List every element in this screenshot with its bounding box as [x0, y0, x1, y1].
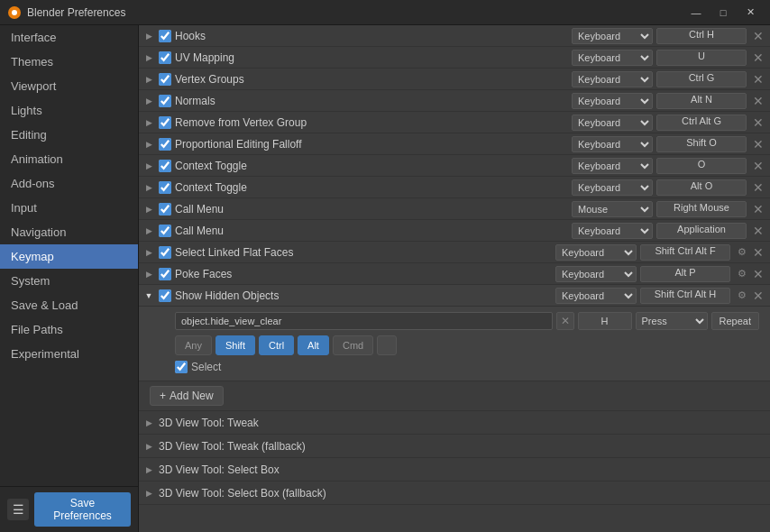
sidebar-item-experimental[interactable]: Experimental: [0, 342, 138, 366]
expand-button[interactable]: ▶: [142, 160, 155, 172]
expand-button[interactable]: ▶: [142, 203, 155, 216]
row-type-select[interactable]: Mouse: [572, 201, 653, 217]
row-enable-checkbox[interactable]: [159, 30, 171, 42]
row-key-button[interactable]: Alt N: [656, 93, 747, 109]
row-extra-button[interactable]: ⚙: [734, 244, 750, 261]
row-enable-checkbox[interactable]: [159, 73, 171, 86]
row-enable-checkbox[interactable]: [159, 246, 171, 259]
row-enable-checkbox[interactable]: [159, 225, 171, 237]
expand-button[interactable]: ▶: [142, 73, 155, 86]
row-type-select[interactable]: Keyboard: [572, 71, 653, 87]
row-delete-button[interactable]: ✕: [750, 71, 766, 87]
row-enable-checkbox[interactable]: [159, 95, 171, 107]
row-type-select[interactable]: Keyboard: [555, 288, 637, 304]
row-type-select[interactable]: Keyboard: [572, 136, 653, 152]
sidebar-item-file-paths[interactable]: File Paths: [0, 317, 138, 342]
row-key-button[interactable]: Ctrl Alt G: [656, 115, 747, 131]
row-key-button[interactable]: Shift O: [656, 136, 747, 152]
modifier-alt-button[interactable]: Alt: [298, 335, 329, 355]
expand-button[interactable]: ▶: [142, 246, 155, 259]
row-enable-checkbox[interactable]: [159, 51, 171, 64]
modifier-shift-button[interactable]: Shift: [215, 335, 255, 355]
menu-icon-button[interactable]: ☰: [7, 499, 29, 520]
row-type-select[interactable]: Keyboard: [572, 223, 653, 239]
row-type-select[interactable]: Keyboard: [572, 115, 653, 131]
row-delete-button[interactable]: ✕: [750, 158, 766, 174]
row-key-button[interactable]: Shift Ctrl Alt F: [640, 244, 730, 261]
row-delete-button[interactable]: ✕: [750, 28, 766, 44]
expand-button[interactable]: ▶: [142, 30, 155, 42]
modifier-any-button[interactable]: Any: [175, 335, 212, 355]
row-type-select[interactable]: Keyboard: [572, 50, 653, 66]
row-enable-checkbox[interactable]: [159, 268, 171, 280]
modifier-cmd-button[interactable]: Cmd: [333, 335, 373, 355]
row-type-select[interactable]: Keyboard: [572, 158, 653, 174]
row-key-button[interactable]: Right Mouse: [656, 201, 747, 217]
row-delete-button[interactable]: ✕: [750, 266, 766, 282]
list-item[interactable]: ▶ 3D View Tool: Tweak (fallback): [139, 435, 770, 458]
expand-button[interactable]: ▶: [142, 268, 155, 280]
row-key-button[interactable]: Ctrl H: [656, 28, 747, 44]
row-enable-checkbox[interactable]: [159, 289, 171, 302]
row-delete-button[interactable]: ✕: [750, 288, 766, 304]
maximize-button[interactable]: □: [710, 3, 736, 23]
row-enable-checkbox[interactable]: [159, 203, 171, 216]
row-type-select[interactable]: Keyboard: [572, 179, 653, 196]
sidebar-item-editing[interactable]: Editing: [0, 123, 138, 147]
event-type-select[interactable]: Press: [636, 312, 708, 330]
row-delete-button[interactable]: ✕: [750, 50, 766, 66]
expand-button[interactable]: ▶: [142, 138, 155, 151]
row-enable-checkbox[interactable]: [159, 160, 171, 172]
sidebar-item-interface[interactable]: Interface: [0, 25, 138, 50]
row-key-button[interactable]: Ctrl G: [656, 71, 747, 87]
row-key-button[interactable]: O: [656, 158, 747, 174]
sidebar-item-addons[interactable]: Add-ons: [0, 171, 138, 196]
row-type-select[interactable]: Keyboard: [555, 266, 637, 282]
save-preferences-button[interactable]: Save Preferences: [34, 492, 131, 527]
operator-input[interactable]: [175, 312, 553, 330]
list-item[interactable]: ▶ 3D View Tool: Select Box (fallback): [139, 482, 770, 505]
sidebar-item-system[interactable]: System: [0, 269, 138, 293]
row-delete-button[interactable]: ✕: [750, 115, 766, 131]
close-button[interactable]: ✕: [738, 3, 763, 23]
clear-operator-button[interactable]: ✕: [556, 312, 574, 330]
sidebar-item-viewport[interactable]: Viewport: [0, 74, 138, 98]
expand-button[interactable]: ▼: [142, 289, 155, 302]
sidebar-item-animation[interactable]: Animation: [0, 147, 138, 171]
sidebar-item-themes[interactable]: Themes: [0, 50, 138, 74]
row-delete-button[interactable]: ✕: [750, 201, 766, 217]
row-type-select[interactable]: Keyboard: [572, 93, 653, 109]
key-input[interactable]: [578, 312, 632, 330]
sidebar-item-lights[interactable]: Lights: [0, 98, 138, 123]
sidebar-item-input[interactable]: Input: [0, 196, 138, 220]
modifier-ctrl-button[interactable]: Ctrl: [259, 335, 294, 355]
row-type-select[interactable]: Keyboard: [572, 28, 653, 44]
row-key-button[interactable]: U: [656, 50, 747, 66]
add-new-button[interactable]: + Add New: [150, 386, 224, 406]
row-enable-checkbox[interactable]: [159, 138, 171, 151]
expand-button[interactable]: ▶: [142, 225, 155, 237]
minimize-button[interactable]: —: [683, 3, 709, 23]
expand-button[interactable]: ▶: [142, 51, 155, 64]
row-key-button[interactable]: Alt O: [656, 179, 747, 196]
sidebar-item-keymap[interactable]: Keymap: [0, 244, 138, 269]
select-checkbox[interactable]: [175, 361, 188, 373]
row-delete-button[interactable]: ✕: [750, 93, 766, 109]
row-delete-button[interactable]: ✕: [750, 223, 766, 239]
row-delete-button[interactable]: ✕: [750, 136, 766, 152]
list-item[interactable]: ▶ 3D View Tool: Tweak: [139, 411, 770, 435]
repeat-button[interactable]: Repeat: [711, 312, 759, 330]
list-item[interactable]: ▶ 3D View Tool: Select Box: [139, 458, 770, 482]
row-extra-button[interactable]: ⚙: [734, 288, 750, 304]
sidebar-item-save-load[interactable]: Save & Load: [0, 293, 138, 317]
sidebar-item-navigation[interactable]: Navigation: [0, 220, 138, 244]
row-type-select[interactable]: Keyboard: [555, 244, 637, 261]
row-enable-checkbox[interactable]: [159, 116, 171, 129]
expand-button[interactable]: ▶: [142, 181, 155, 194]
row-extra-button[interactable]: ⚙: [734, 266, 750, 282]
row-key-button[interactable]: Alt P: [640, 266, 730, 282]
row-key-button[interactable]: Application: [656, 223, 747, 239]
row-key-button[interactable]: Shift Ctrl Alt H: [640, 288, 730, 304]
row-enable-checkbox[interactable]: [159, 181, 171, 194]
expand-button[interactable]: ▶: [142, 116, 155, 129]
